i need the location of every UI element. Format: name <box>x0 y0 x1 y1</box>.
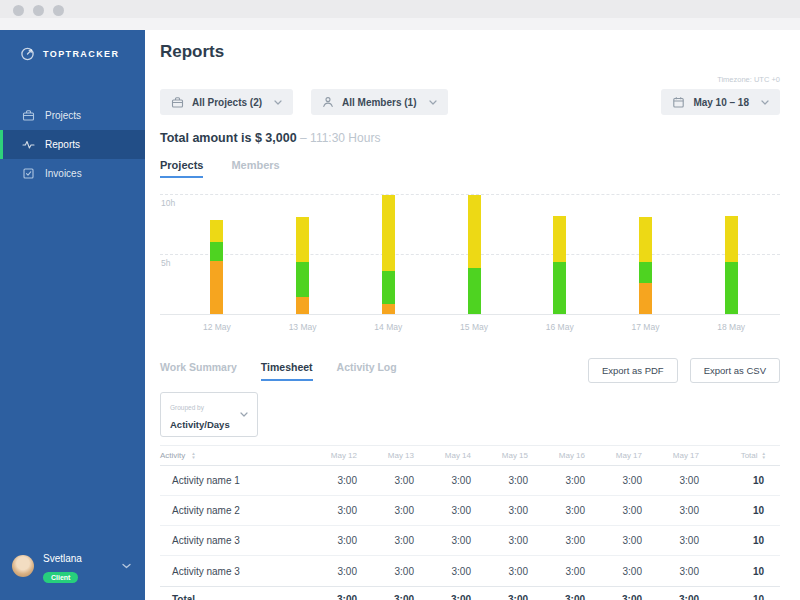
window-control-dot[interactable] <box>53 5 64 16</box>
hours-cell: 3:00 <box>471 535 528 546</box>
hours-cell: 3:00 <box>642 505 699 516</box>
chart-x-label: 13 May <box>260 322 346 332</box>
bar-segment-yellow <box>553 216 566 263</box>
bar-segment-orange <box>210 261 223 314</box>
bar-segment-yellow <box>210 220 223 242</box>
hours-cell: 3:00 <box>528 535 585 546</box>
row-total-cell: 10 <box>699 475 780 486</box>
window-control-dot[interactable] <box>13 5 24 16</box>
bar-segment-orange <box>296 297 309 314</box>
briefcase-icon <box>22 109 35 122</box>
hours-cell: 3:00 <box>414 505 471 516</box>
sidebar-item-projects[interactable]: Projects <box>0 101 145 130</box>
bars-area <box>174 194 774 314</box>
tab-members[interactable]: Members <box>231 159 279 178</box>
chevron-down-icon <box>429 100 437 105</box>
hours-cell: 3:00 <box>300 594 357 600</box>
column-header-activity[interactable]: Activity▲▼ <box>160 451 300 460</box>
timesheet-row: Activity name 23:003:003:003:003:003:003… <box>160 496 780 526</box>
hours-cell: 3:00 <box>642 475 699 486</box>
column-header-label: Total <box>741 451 758 460</box>
chevron-down-icon <box>240 412 248 417</box>
report-detail-tabs: Work Summary Timesheet Activity Log <box>160 361 397 381</box>
hours-cell: 3:00 <box>357 475 414 486</box>
timesheet-total-row: Total3:003:003:003:003:003:003:0010 <box>160 586 780 600</box>
chart-bar-column <box>345 194 431 314</box>
hours-cell: 3:00 <box>414 475 471 486</box>
bar-segment-green <box>639 262 652 282</box>
hours-cell: 3:00 <box>585 566 642 577</box>
chevron-down-icon[interactable] <box>122 563 131 569</box>
group-by-label: Grouped by <box>170 404 204 411</box>
sidebar-item-reports[interactable]: Reports <box>0 130 145 159</box>
hours-cell: 3:00 <box>528 505 585 516</box>
hours-cell: 3:00 <box>414 566 471 577</box>
hours-cell: 3:00 <box>414 594 471 600</box>
window-control-dot[interactable] <box>33 5 44 16</box>
activity-name-cell: Total <box>160 594 300 600</box>
tab-timesheet[interactable]: Timesheet <box>261 361 313 381</box>
tab-work-summary[interactable]: Work Summary <box>160 361 237 381</box>
column-header-label: May 17 <box>616 451 642 460</box>
x-axis-line <box>160 314 780 315</box>
hours-cell: 3:00 <box>414 535 471 546</box>
main-content: Reports All Projects (2) <box>145 30 800 600</box>
sidebar-item-label: Reports <box>45 139 80 150</box>
bar-segment-green <box>382 271 395 305</box>
export-pdf-button[interactable]: Export as PDF <box>588 358 678 383</box>
chart-x-label: 16 May <box>517 322 603 332</box>
brand: TOPTRACKER <box>0 30 145 61</box>
hours-cell: 3:00 <box>471 594 528 600</box>
timezone-label: Timezone: UTC +0 <box>717 75 780 84</box>
total-amount: Total amount is $ 3,000 <box>160 131 297 145</box>
projects-filter-dropdown[interactable]: All Projects (2) <box>160 89 293 115</box>
hours-cell: 3:00 <box>528 475 585 486</box>
user-menu[interactable]: Svetlana Client <box>0 538 145 600</box>
column-header-label: May 13 <box>388 451 414 460</box>
date-range-picker[interactable]: May 10 – 18 <box>661 89 780 115</box>
column-header-day: May 12 <box>300 451 357 460</box>
tab-activity-log[interactable]: Activity Log <box>337 361 397 381</box>
stacked-bar <box>639 217 652 314</box>
bar-segment-green <box>553 262 566 314</box>
members-filter-dropdown[interactable]: All Members (1) <box>311 89 447 115</box>
chart-x-label: 12 May <box>174 322 260 332</box>
briefcase-icon <box>171 96 184 109</box>
projects-filter-value: All Projects (2) <box>192 97 262 108</box>
chart-bar-column <box>431 194 517 314</box>
window-titlebar <box>0 0 800 30</box>
chart-bar-column <box>603 194 689 314</box>
bar-segment-yellow <box>468 195 481 268</box>
group-by-value: Activity/Days <box>170 419 230 430</box>
timesheet-table: Activity▲▼May 12May 13May 14May 15May 16… <box>160 445 780 600</box>
hours-cell: 3:00 <box>300 475 357 486</box>
sidebar-item-invoices[interactable]: Invoices <box>0 159 145 188</box>
row-total-cell: 10 <box>699 535 780 546</box>
hours-cell: 3:00 <box>300 505 357 516</box>
timesheet-row: Activity name 33:003:003:003:003:003:003… <box>160 556 780 586</box>
hours-cell: 3:00 <box>471 475 528 486</box>
group-by-dropdown[interactable]: Grouped by Activity/Days <box>160 392 258 437</box>
column-header-total[interactable]: Total▲▼ <box>699 451 780 460</box>
row-total-cell: 10 <box>699 505 780 516</box>
export-csv-button[interactable]: Export as CSV <box>690 358 780 383</box>
tab-projects[interactable]: Projects <box>160 159 203 178</box>
sidebar: TOPTRACKER Projects Reports <box>0 30 145 600</box>
hours-bar-chart: 10h 5h 12 May13 May14 May15 May16 May17 … <box>160 194 780 336</box>
bar-segment-orange <box>382 304 395 314</box>
stacked-bar <box>382 195 395 314</box>
column-header-label: Activity <box>160 451 185 460</box>
page-title: Reports <box>160 42 780 62</box>
invoice-check-icon <box>22 167 35 180</box>
stacked-bar <box>210 220 223 314</box>
user-name: Svetlana <box>43 553 82 564</box>
chart-x-label: 17 May <box>603 322 689 332</box>
brand-name: TOPTRACKER <box>43 49 119 59</box>
hours-cell: 3:00 <box>585 594 642 600</box>
chart-x-label: 18 May <box>688 322 774 332</box>
bar-segment-yellow <box>639 217 652 263</box>
bar-segment-green <box>296 262 309 297</box>
timesheet-row: Activity name 13:003:003:003:003:003:003… <box>160 466 780 496</box>
x-axis-labels: 12 May13 May14 May15 May16 May17 May18 M… <box>174 322 774 332</box>
stacked-bar <box>725 216 738 314</box>
